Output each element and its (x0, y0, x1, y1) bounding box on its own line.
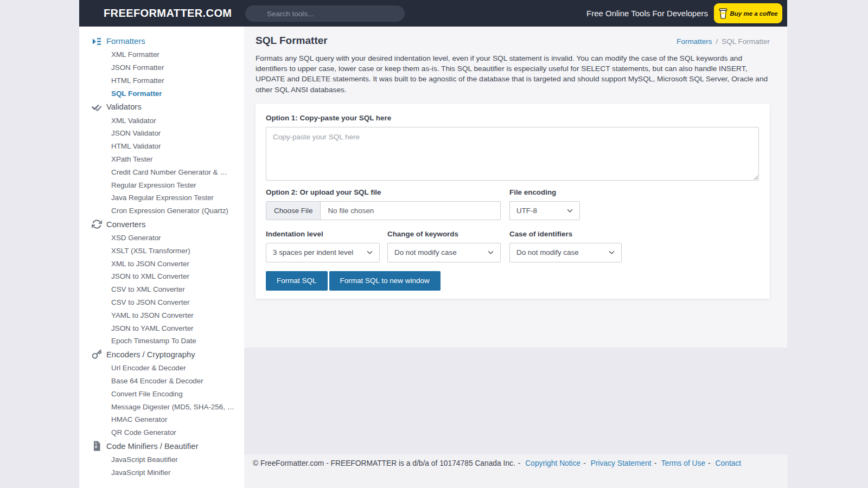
indentation-select[interactable]: 3 spaces per indent level (266, 243, 380, 262)
page-title: SQL Formatter (256, 35, 328, 47)
sidebar-section-code-minifiers[interactable]: Code Minifiers / Beautifier (79, 439, 244, 453)
sidebar-item-xml-validator[interactable]: XML Validator (79, 114, 242, 127)
site-logo[interactable]: FREEFORMATTER.COM (104, 7, 232, 20)
refresh-arrows-icon (91, 219, 102, 230)
file-encoding-label: File encoding (509, 188, 580, 196)
choose-file-button[interactable]: Choose File (266, 202, 321, 220)
sidebar-item-cron-expression-generator[interactable]: Cron Expression Generator (Quartz) (79, 204, 242, 217)
sidebar-item-json-to-xml-converter[interactable]: JSON to XML Converter (79, 270, 242, 283)
file-input[interactable]: Choose File No file chosen (266, 201, 501, 220)
keywords-label: Change of keywords (387, 230, 501, 238)
footer-link-terms-of-use[interactable]: Terms of Use (661, 459, 705, 467)
chevron-down-icon (609, 251, 615, 254)
key-icon (91, 349, 102, 360)
sidebar-item-xsd-generator[interactable]: XSD Generator (79, 232, 242, 245)
file-encoding-value: UTF-8 (516, 207, 537, 215)
sidebar-item-csv-to-json-converter[interactable]: CSV to JSON Converter (79, 296, 242, 309)
identifiers-label: Case of identifiers (509, 230, 622, 238)
format-sql-button[interactable]: Format SQL (266, 271, 328, 291)
footer-link-contact[interactable]: Contact (716, 459, 742, 467)
breadcrumb-separator: / (716, 37, 718, 46)
sidebar-item-json-formatter[interactable]: JSON Formatter (79, 61, 242, 74)
double-check-icon (91, 101, 102, 112)
sidebar-item-epoch-timestamp-to-date[interactable]: Epoch Timestamp To Date (79, 335, 242, 348)
sidebar-item-message-digester[interactable]: Message Digester (MD5, SHA-256, … (79, 400, 242, 413)
sidebar-item-regular-expression-tester[interactable]: Regular Expression Tester (79, 178, 242, 191)
sidebar-item-html-validator[interactable]: HTML Validator (79, 140, 242, 153)
format-sql-new-window-button[interactable]: Format SQL to new window (329, 271, 441, 291)
sidebar-section-formatters[interactable]: Formatters (79, 34, 244, 48)
footer-link-privacy-statement[interactable]: Privacy Statement (591, 459, 652, 467)
chevron-down-icon (367, 251, 373, 254)
indentation-label: Indentation level (266, 230, 380, 238)
form-card: Option 1: Copy-paste your SQL here Optio… (256, 104, 770, 299)
sidebar-item-xslt-transformer[interactable]: XSLT (XSL Transformer) (79, 244, 242, 257)
footer: © FreeFormatter.com - FREEFORMATTER is a… (244, 454, 788, 488)
sql-input-textarea[interactable] (266, 127, 759, 181)
footer-separator: - (708, 459, 711, 467)
footer-separator: - (518, 459, 521, 467)
sidebar-item-qr-code-generator[interactable]: QR Code Generator (79, 426, 242, 439)
sidebar-section-validators[interactable]: Validators (79, 100, 244, 114)
sidebar-item-url-encoder-decoder[interactable]: Url Encoder & Decoder (79, 362, 242, 375)
zip-file-icon (91, 441, 102, 452)
sidebar-item-csv-to-xml-converter[interactable]: CSV to XML Converter (79, 283, 242, 296)
chevron-down-icon (567, 209, 573, 213)
footer-separator: - (583, 459, 586, 467)
chevron-down-icon (488, 251, 494, 254)
sidebar-item-javascript-beautifier[interactable]: JavaScript Beautifier (79, 453, 242, 466)
sidebar-item-yaml-to-json-converter[interactable]: YAML to JSON Converter (79, 309, 242, 322)
file-encoding-select[interactable]: UTF-8 (509, 201, 580, 220)
copyright-text: © FreeFormatter.com - FREEFORMATTER is a… (253, 459, 515, 467)
formatters-icon (91, 36, 102, 47)
identifiers-case-value: Do not modify case (516, 248, 579, 256)
header: FREEFORMATTER.COM Free Online Tools For … (79, 0, 787, 27)
tool-description: Formats any SQL query with your desired … (256, 53, 770, 95)
sidebar-section-converters[interactable]: Converters (79, 217, 244, 232)
search-box (245, 5, 405, 22)
sidebar-item-javascript-minifier[interactable]: JavaScript Minifier (79, 466, 242, 479)
no-file-chosen-text: No file chosen (328, 207, 374, 215)
section-label: Formatters (106, 37, 145, 46)
sidebar-item-convert-file-encoding[interactable]: Convert File Encoding (79, 387, 242, 400)
main-content: SQL Formatter Formatters / SQL Formatter… (244, 27, 787, 348)
sidebar-item-xpath-tester[interactable]: XPath Tester (79, 153, 242, 166)
sidebar-section-encoders[interactable]: Encoders / Cryptography (79, 348, 244, 362)
section-label: Encoders / Cryptography (106, 350, 195, 359)
sidebar-item-json-validator[interactable]: JSON Validator (79, 127, 242, 140)
sidebar-item-sql-formatter[interactable]: SQL Formatter (79, 87, 242, 100)
buy-me-a-coffee-button[interactable]: Buy me a coffee (714, 3, 782, 23)
option1-label: Option 1: Copy-paste your SQL here (266, 114, 759, 122)
section-label: Validators (106, 102, 142, 111)
sidebar-item-hmac-generator[interactable]: HMAC Generator (79, 413, 242, 426)
breadcrumb: Formatters / SQL Formatter (676, 37, 770, 46)
coffee-button-label: Buy me a coffee (730, 10, 778, 17)
search-input[interactable] (245, 5, 405, 22)
keywords-case-value: Do not modify case (394, 248, 457, 256)
keywords-case-select[interactable]: Do not modify case (387, 243, 501, 262)
sidebar-item-java-regular-expression-tester[interactable]: Java Regular Expression Tester (79, 191, 242, 204)
sidebar-item-credit-card-number-generator[interactable]: Credit Card Number Generator & … (79, 165, 242, 178)
section-label: Code Minifiers / Beautifier (106, 442, 198, 451)
sidebar-item-xml-formatter[interactable]: XML Formatter (79, 48, 242, 61)
section-label: Converters (106, 220, 145, 229)
coffee-cup-icon (719, 8, 727, 19)
site-tagline: Free Online Tools For Developers (586, 9, 708, 18)
breadcrumb-formatters-link[interactable]: Formatters (676, 37, 712, 46)
sidebar-item-html-formatter[interactable]: HTML Formatter (79, 74, 242, 87)
identifiers-case-select[interactable]: Do not modify case (509, 243, 622, 262)
sidebar: Formatters XML Formatter JSON Formatter … (79, 27, 244, 488)
option2-label: Option 2: Or upload your SQL file (266, 188, 501, 196)
footer-separator: - (654, 459, 657, 467)
indentation-value: 3 spaces per indent level (273, 248, 353, 256)
sidebar-item-base64-encoder-decoder[interactable]: Base 64 Encoder & Decoder (79, 375, 242, 388)
footer-link-copyright-notice[interactable]: Copyright Notice (525, 459, 580, 467)
breadcrumb-current: SQL Formatter (722, 37, 770, 46)
sidebar-item-xml-to-json-converter[interactable]: XML to JSON Converter (79, 257, 242, 270)
sidebar-item-json-to-yaml-converter[interactable]: JSON to YAML Converter (79, 322, 242, 335)
